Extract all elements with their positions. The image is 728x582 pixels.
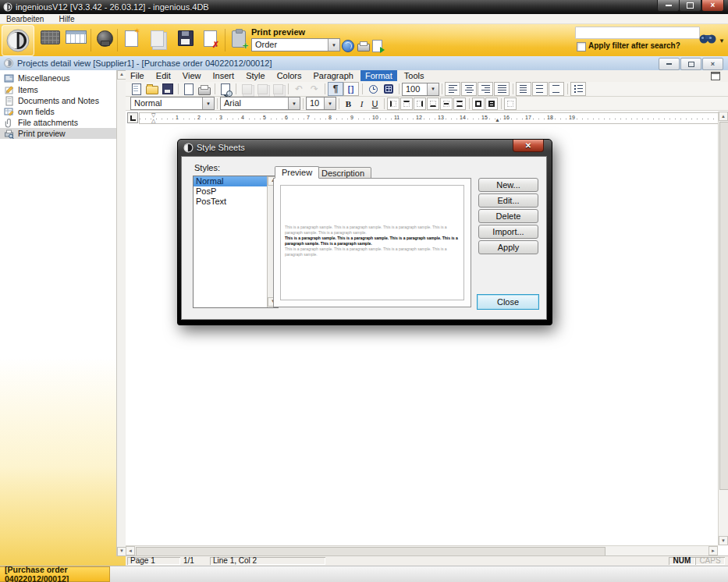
find-button[interactable] <box>218 82 233 96</box>
menu-bearbeiten[interactable]: Bearbeiten <box>0 15 50 24</box>
dropdown-arrow-icon[interactable]: ▼ <box>202 98 214 109</box>
align-right-button[interactable] <box>478 82 493 96</box>
page-preview-button[interactable] <box>181 82 197 96</box>
document-window-icon[interactable] <box>711 72 720 80</box>
table-view-button[interactable] <box>66 30 87 44</box>
child-close-button[interactable]: × <box>702 58 723 70</box>
menu-file[interactable]: File <box>126 70 149 81</box>
bullet-list-button[interactable] <box>570 82 586 96</box>
menu-view[interactable]: View <box>178 70 206 81</box>
maximize-button[interactable] <box>679 0 701 12</box>
menu-hilfe[interactable]: Hilfe <box>52 15 80 24</box>
vertical-scrollbar[interactable]: ▲ ▼ <box>718 112 728 545</box>
dialog-close-button[interactable]: ✕ <box>513 140 544 152</box>
horizontal-scrollbar[interactable]: ◄ ► <box>126 545 718 556</box>
export-button[interactable] <box>372 40 382 52</box>
taskbar-active-tab[interactable]: [Purchase order 04022012/00012] <box>0 566 110 582</box>
line-spacing-single-button[interactable] <box>516 82 531 96</box>
scroll-left-icon[interactable]: ◄ <box>126 546 135 555</box>
find-button[interactable] <box>698 32 717 46</box>
save-record-button[interactable] <box>178 30 194 46</box>
scroll-down-icon[interactable]: ▼ <box>719 536 728 545</box>
show-formatting-toggle[interactable]: ¶ <box>328 82 343 96</box>
cut-button[interactable] <box>239 82 254 96</box>
dropdown-arrow-icon[interactable]: ▼ <box>288 98 300 109</box>
styles-listbox[interactable]: Normal PosP PosText ▲ ▼ <box>193 176 279 308</box>
filter-checkbox[interactable] <box>577 42 586 51</box>
zoom-select[interactable]: 100 ▼ <box>402 83 439 96</box>
style-list-item-postext[interactable]: PosText <box>194 197 278 207</box>
border-middle-button[interactable] <box>440 98 453 110</box>
ruler[interactable]: ▽ △ ▲ ⧖ 12345678910111213141516171819 <box>139 112 727 124</box>
border-none-button[interactable] <box>504 98 517 110</box>
clipboard-add-button[interactable] <box>232 30 246 48</box>
border-box-button[interactable] <box>472 98 485 110</box>
paste-button[interactable] <box>270 82 286 96</box>
report-select[interactable]: Order ▼ <box>251 38 340 51</box>
duplicate-record-button[interactable] <box>151 30 164 47</box>
import-style-button[interactable]: Import... <box>478 225 538 239</box>
font-select[interactable]: Arial ▼ <box>220 97 300 110</box>
print-document-button[interactable] <box>197 82 212 96</box>
child-minimize-button[interactable] <box>659 58 680 70</box>
underline-button[interactable]: U <box>368 98 382 109</box>
tab-stop-selector[interactable] <box>127 112 138 123</box>
new-style-button[interactable]: New... <box>478 178 538 192</box>
align-center-button[interactable] <box>461 82 477 96</box>
sidebar-item-miscellaneous[interactable]: Miscellaneous <box>0 73 119 83</box>
style-list-item-normal[interactable]: Normal <box>194 176 268 186</box>
dropdown-arrow-icon[interactable]: ▼ <box>328 39 339 51</box>
sidebar-item-print-preview[interactable]: Print preview <box>0 128 119 139</box>
redo-button[interactable]: ↷ <box>307 82 322 96</box>
list-view-button[interactable] <box>41 30 60 44</box>
edit-style-button[interactable]: Edit... <box>478 193 538 208</box>
home-button[interactable] <box>2 25 34 56</box>
first-line-indent-marker[interactable]: ▽ <box>151 112 155 118</box>
tab-preview[interactable]: Preview <box>275 166 319 179</box>
undo-button[interactable]: ↶ <box>291 82 307 96</box>
italic-button[interactable]: I <box>355 98 368 109</box>
print-button[interactable] <box>357 40 370 51</box>
navigator-button[interactable] <box>97 30 113 47</box>
child-restore-button[interactable] <box>680 58 701 70</box>
line-spacing-double-button[interactable] <box>549 82 564 96</box>
border-left-button[interactable] <box>387 98 400 110</box>
border-bottom-button[interactable] <box>427 98 439 110</box>
sidebar-item-items[interactable]: Items <box>0 84 119 95</box>
search-input[interactable] <box>575 27 700 39</box>
align-justify-button[interactable] <box>494 82 510 96</box>
insert-table-button[interactable] <box>381 82 396 96</box>
dialog-titlebar[interactable]: Style Sheets ✕ <box>178 140 552 156</box>
scroll-up-icon[interactable]: ▲ <box>719 112 728 121</box>
show-references-toggle[interactable]: [] <box>343 82 359 96</box>
align-left-button[interactable] <box>445 82 460 96</box>
style-list-item-posp[interactable]: PosP <box>194 186 278 197</box>
font-size-select[interactable]: 10 ▼ <box>306 97 336 110</box>
scroll-right-icon[interactable]: ► <box>708 546 718 555</box>
menu-format[interactable]: Format <box>360 70 397 81</box>
sidebar-scrollbar[interactable]: ▲ ▼ <box>116 70 126 556</box>
border-box-middle-button[interactable] <box>485 98 498 110</box>
close-dialog-button[interactable]: Close <box>477 294 539 310</box>
sidebar-item-file-attachments[interactable]: File attachments <box>0 117 119 128</box>
copy-button[interactable] <box>254 82 270 96</box>
new-record-button[interactable]: ✶ <box>125 30 138 47</box>
minimize-button[interactable] <box>657 0 680 12</box>
dropdown-arrow-icon[interactable]: ▼ <box>427 83 439 95</box>
close-button[interactable]: × <box>701 0 724 12</box>
menu-style[interactable]: Style <box>241 70 269 81</box>
style-select[interactable]: Normal ▼ <box>130 97 215 110</box>
save-document-button[interactable] <box>160 82 176 96</box>
insert-time-button[interactable] <box>365 82 381 96</box>
delete-record-button[interactable]: ✗ <box>204 30 217 47</box>
left-indent-marker[interactable]: △ <box>151 118 155 123</box>
ruler-marker[interactable]: ▲ <box>495 117 500 122</box>
menu-tools[interactable]: Tools <box>400 70 429 81</box>
find-dropdown-arrow-icon[interactable]: ▼ <box>719 37 725 44</box>
border-top-button[interactable] <box>400 98 413 110</box>
new-document-button[interactable] <box>129 82 144 96</box>
sidebar-item-documents-and-notes[interactable]: Documents and Notes <box>0 95 119 106</box>
border-top-bottom-button[interactable] <box>453 98 466 110</box>
menu-insert[interactable]: Insert <box>208 70 240 81</box>
line-spacing-1-5-button[interactable] <box>532 82 548 96</box>
